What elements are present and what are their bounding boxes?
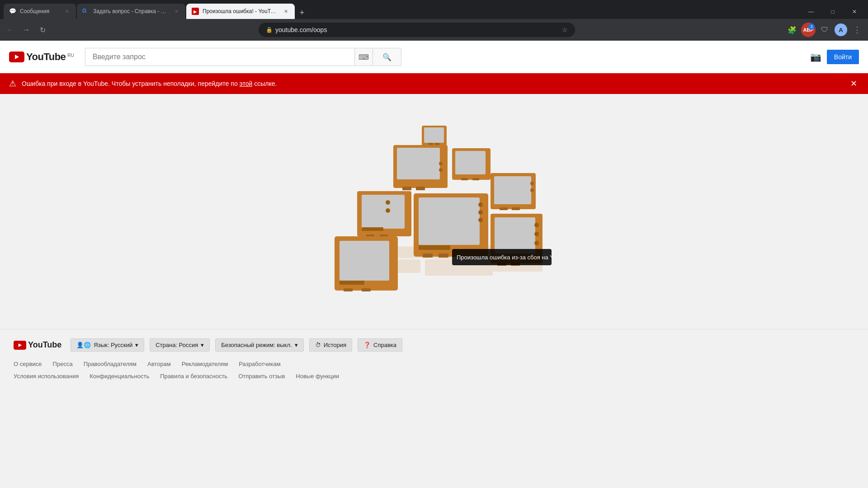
tab2-favicon: G bbox=[82, 8, 90, 15]
search-icon: 🔍 bbox=[382, 53, 392, 61]
history-icon: ⏱ bbox=[315, 342, 321, 348]
browser-chrome: 💬 Сообщения ✕ G Задать вопрос - Справка … bbox=[0, 0, 868, 41]
history-button[interactable]: ⏱ История bbox=[309, 338, 352, 352]
footer-link-press[interactable]: Пресса bbox=[53, 361, 73, 367]
footer-yt-logo-text: YouTube bbox=[28, 340, 61, 350]
youtube-logo-area[interactable]: YouTube RU bbox=[9, 51, 74, 63]
svg-point-38 bbox=[478, 210, 483, 215]
browser-tab-3[interactable]: ▶ Произошла ошибка! - YouTube ✕ bbox=[186, 4, 295, 19]
footer-link-policy[interactable]: Правила и безопасность bbox=[160, 373, 227, 380]
keyboard-button[interactable]: ⌨ bbox=[354, 48, 373, 66]
youtube-logo-ru: RU bbox=[67, 53, 74, 58]
footer-link-developers[interactable]: Разработчикам bbox=[239, 361, 280, 367]
search-button[interactable]: 🔍 bbox=[373, 48, 401, 66]
svg-rect-26 bbox=[512, 207, 520, 210]
person-icon: 👤🌐 bbox=[76, 342, 91, 348]
svg-rect-29 bbox=[362, 227, 383, 231]
svg-point-13 bbox=[439, 162, 443, 165]
svg-rect-15 bbox=[402, 187, 411, 190]
shield-button[interactable]: 🛡 bbox=[817, 23, 832, 37]
country-selector[interactable]: Страна: Россия ▾ bbox=[150, 338, 210, 352]
window-controls: — □ ✕ bbox=[801, 5, 868, 19]
youtube-logo-text: YouTube bbox=[26, 51, 66, 63]
youtube-search-area: ⌨ 🔍 bbox=[85, 48, 401, 66]
tab1-title: Сообщения bbox=[20, 8, 60, 14]
avatar: А bbox=[835, 23, 847, 36]
svg-rect-19 bbox=[461, 178, 468, 180]
language-selector[interactable]: 👤🌐 Язык: Русский ▾ bbox=[71, 338, 144, 352]
svg-rect-16 bbox=[416, 187, 425, 190]
chevron-down-icon: ▾ bbox=[135, 342, 138, 348]
tab1-close[interactable]: ✕ bbox=[63, 8, 71, 15]
maximize-icon: □ bbox=[831, 9, 834, 15]
error-banner: ⚠ Ошибка при входе в YouTube. Чтобы устр… bbox=[0, 73, 868, 94]
lock-icon: 🔒 bbox=[266, 27, 273, 33]
country-chevron-icon: ▾ bbox=[201, 342, 204, 348]
svg-rect-43 bbox=[495, 217, 535, 253]
address-bar-row: ← → ↻ 🔒 youtube.com/oops ☆ 🧩 ABP 3 bbox=[0, 19, 868, 41]
error-banner-text: Ошибка при входе в YouTube. Чтобы устран… bbox=[22, 80, 843, 87]
search-input[interactable] bbox=[85, 48, 354, 66]
tab2-close[interactable]: ✕ bbox=[173, 8, 180, 15]
tab3-close[interactable]: ✕ bbox=[282, 8, 289, 15]
minimize-button[interactable]: — bbox=[801, 5, 821, 19]
help-button[interactable]: ❓ Справка bbox=[358, 338, 402, 352]
profile-button[interactable]: А bbox=[834, 23, 848, 37]
abp-badge: 3 bbox=[808, 23, 815, 30]
svg-point-14 bbox=[439, 168, 443, 172]
address-text: youtube.com/oops bbox=[275, 26, 327, 33]
close-window-button[interactable]: ✕ bbox=[844, 5, 864, 19]
puzzle-icon: 🧩 bbox=[788, 26, 797, 34]
tv-illustration: Произошла ошибка из-за сбоя на YouTube. bbox=[316, 123, 552, 295]
error-message-part1: Ошибка при входе в YouTube. Чтобы устран… bbox=[22, 80, 238, 87]
footer-link-copyright[interactable]: Правообладателям bbox=[84, 361, 137, 367]
browser-tab-1[interactable]: 💬 Сообщения ✕ bbox=[4, 4, 76, 19]
safe-mode-label: Безопасный режим: выкл. bbox=[221, 342, 292, 348]
tab3-title: Произошла ошибка! - YouTube bbox=[203, 8, 278, 14]
svg-point-44 bbox=[534, 223, 539, 227]
svg-rect-28 bbox=[362, 195, 405, 229]
back-icon: ← bbox=[6, 26, 14, 34]
svg-text:Произошла ошибка из-за сбоя на: Произошла ошибка из-за сбоя на YouTube. bbox=[457, 254, 552, 261]
svg-rect-36 bbox=[419, 245, 450, 250]
error-close-button[interactable]: ✕ bbox=[849, 79, 859, 89]
svg-rect-35 bbox=[419, 197, 480, 245]
tab1-favicon: 💬 bbox=[9, 8, 16, 15]
footer-link-creators[interactable]: Авторам bbox=[147, 361, 171, 367]
refresh-button[interactable]: ↻ bbox=[36, 23, 49, 36]
svg-rect-25 bbox=[500, 207, 508, 210]
browser-actions: 🧩 ABP 3 🛡 А ⋮ bbox=[785, 23, 864, 37]
footer-logo-area: YouTube bbox=[14, 340, 61, 350]
footer-link-advertisers[interactable]: Рекламодателям bbox=[182, 361, 228, 367]
country-label: Страна: Россия bbox=[156, 342, 198, 348]
footer-link-feedback[interactable]: Отправить отзыв bbox=[238, 373, 285, 380]
menu-button[interactable]: ⋮ bbox=[850, 23, 864, 37]
maximize-button[interactable]: □ bbox=[823, 5, 843, 19]
address-bar[interactable]: 🔒 youtube.com/oops ☆ bbox=[259, 23, 575, 37]
svg-point-31 bbox=[386, 208, 390, 213]
svg-rect-22 bbox=[494, 176, 531, 204]
signin-button[interactable]: Войти bbox=[827, 50, 859, 64]
safe-mode-selector[interactable]: Безопасный режим: выкл. ▾ bbox=[215, 338, 303, 352]
svg-rect-51 bbox=[340, 281, 364, 285]
abp-button[interactable]: ABP 3 bbox=[801, 23, 816, 37]
footer-link-terms[interactable]: Условия использования bbox=[14, 373, 79, 380]
new-tab-button[interactable]: + bbox=[296, 6, 308, 19]
language-label: Язык: Русский bbox=[94, 342, 132, 348]
svg-rect-8 bbox=[424, 127, 444, 143]
minimize-icon: — bbox=[808, 9, 814, 15]
error-message-part2: ссылке. bbox=[254, 80, 277, 87]
footer-link-new-features[interactable]: Новые функции bbox=[296, 373, 339, 380]
keyboard-icon: ⌨ bbox=[359, 53, 369, 61]
svg-point-37 bbox=[478, 202, 483, 207]
forward-button[interactable]: → bbox=[20, 23, 33, 36]
extensions-button[interactable]: 🧩 bbox=[785, 23, 799, 37]
camera-button[interactable]: 📷 bbox=[810, 52, 821, 62]
back-button[interactable]: ← bbox=[4, 23, 16, 36]
svg-rect-53 bbox=[362, 288, 371, 291]
footer-link-privacy[interactable]: Конфиденциальность bbox=[90, 373, 149, 380]
footer-link-about[interactable]: О сервисе bbox=[14, 361, 42, 367]
browser-tab-2[interactable]: G Задать вопрос - Справка - YouT... ✕ bbox=[77, 4, 185, 19]
youtube-header: YouTube RU ⌨ 🔍 📷 Войти bbox=[0, 41, 868, 73]
error-link[interactable]: этой bbox=[240, 80, 253, 87]
